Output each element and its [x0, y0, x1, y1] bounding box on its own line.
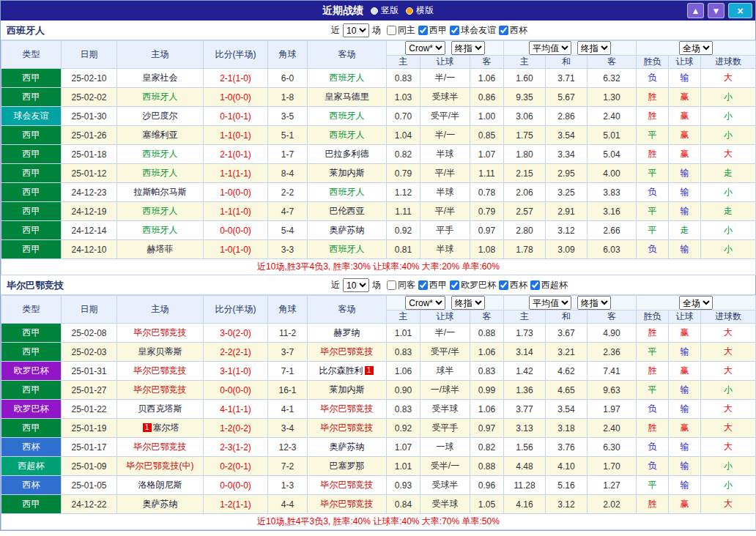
recent-results-window: 近期战绩 竖版 横版 ▲ ▼ × 西班牙人 近 10 场 同主西甲球会友谊西杯	[0, 0, 756, 531]
bookmaker-stage-select[interactable]: 终指	[451, 296, 485, 310]
checkbox-label: 西杯	[510, 279, 527, 291]
away-team: 毕尔巴鄂竞技	[308, 400, 387, 419]
result-wdl: 负	[637, 240, 669, 259]
checkbox-球会友谊[interactable]	[450, 26, 459, 35]
bookmaker-stage-select[interactable]: 终指	[451, 41, 485, 55]
filter-checkbox-西甲[interactable]: 西甲	[418, 279, 447, 291]
col-date: 日期	[62, 41, 117, 69]
checkbox-label: 西甲	[429, 24, 447, 37]
team-name: 莱加内斯	[330, 384, 365, 395]
filter-checkbox-西甲[interactable]: 西甲	[418, 24, 447, 37]
result-handicap: 输	[669, 202, 701, 221]
league-badge: 球会友谊	[1, 107, 62, 126]
result-handicap: 输	[669, 400, 701, 419]
eu-draw-odds: 2.91	[546, 202, 588, 221]
result-wdl: 平	[637, 343, 669, 362]
eu-away-odds: 2.40	[588, 107, 637, 126]
result-handicap: 输	[669, 343, 701, 362]
score: 3-0(2-0)	[204, 324, 268, 343]
filter-checkbox-球会友谊[interactable]: 球会友谊	[450, 24, 496, 37]
score: 4-1(1-1)	[204, 400, 268, 419]
team-name: 塞尔塔	[153, 423, 179, 433]
score: 1-2(0-2)	[204, 419, 268, 438]
eu-away-odds: 7.41	[588, 362, 637, 381]
filter-checkbox-欧罗巴杯[interactable]: 欧罗巴杯	[450, 279, 496, 291]
recent-label: 近	[331, 279, 340, 291]
away-team: 毕尔巴鄂竞技	[308, 495, 387, 514]
eu-away-odds: 1.30	[588, 88, 637, 107]
checkbox-同主[interactable]	[387, 26, 396, 35]
average-select[interactable]: 平均值	[529, 41, 571, 55]
filter-checkbox-同主[interactable]: 同主	[387, 24, 415, 37]
checkbox-欧罗巴杯[interactable]	[450, 280, 459, 290]
match-date: 25-02-02	[62, 88, 117, 107]
away-team: 毕尔巴鄂竞技	[308, 476, 387, 495]
handicap-line: 半/一	[420, 324, 470, 343]
matches-table: 类型 日期 主场 比分(半场) 角球 客场 Crow* 终指 平均值 终指	[1, 295, 756, 530]
move-down-button[interactable]: ▼	[708, 3, 724, 18]
scope-controls: 全场	[637, 296, 756, 310]
corner-score: 3-3	[268, 240, 308, 259]
result-goals: 大	[701, 324, 756, 343]
average-stage-select[interactable]: 终指	[577, 296, 611, 310]
filter-checkbox-西杯[interactable]: 西杯	[499, 24, 527, 37]
team-name: 西班牙人	[330, 130, 365, 140]
checkbox-西杯[interactable]	[499, 280, 508, 290]
checkbox-西超杯[interactable]	[530, 280, 540, 290]
match-date: 24-12-10	[62, 240, 117, 259]
checkbox-西甲[interactable]	[418, 280, 428, 290]
recent-count-select[interactable]: 10	[343, 23, 369, 37]
team-name: 皇家社会	[143, 72, 178, 83]
league-badge: 西甲	[1, 202, 62, 221]
handicap-line: 受平/半	[420, 343, 470, 362]
bookmaker-select[interactable]: Crow*	[405, 296, 445, 310]
eu-away-odds: 6.32	[588, 69, 637, 88]
radio-vertical-layout[interactable]: 竖版	[371, 4, 399, 17]
window-title: 近期战绩	[322, 4, 363, 18]
handicap-line: 半球	[420, 145, 470, 164]
move-up-button[interactable]: ▲	[687, 3, 704, 18]
ah-home-odds: 1.01	[387, 324, 420, 343]
match-date: 25-01-26	[62, 126, 117, 145]
filter-checkbox-西杯[interactable]: 西杯	[499, 279, 527, 291]
filter-checkbox-西超杯[interactable]: 西超杯	[530, 279, 568, 291]
recent-count-select[interactable]: 10	[343, 278, 369, 292]
scope-select[interactable]: 全场	[679, 296, 713, 310]
handicap-line: 受半球	[420, 400, 470, 419]
radio-selected-icon	[406, 7, 413, 15]
checkbox-同客[interactable]	[387, 280, 396, 290]
eu-draw-odds: 5.67	[546, 88, 588, 107]
match-row: 西甲25-02-02西班牙人1-0(0-0)1-8皇家马德里1.03受球半0.8…	[1, 88, 756, 107]
checkbox-西杯[interactable]	[499, 26, 508, 35]
average-select[interactable]: 平均值	[529, 296, 571, 310]
checkbox-西甲[interactable]	[418, 26, 428, 35]
team-name: 巴塞罗那	[330, 461, 365, 471]
radio-horizontal-layout[interactable]: 横版	[406, 4, 434, 17]
match-date: 25-01-09	[62, 457, 117, 476]
eu-away-odds: 9.63	[588, 381, 637, 400]
result-wdl: 胜	[637, 419, 669, 438]
close-button[interactable]: ×	[728, 3, 752, 18]
checkbox-label: 球会友谊	[461, 24, 496, 37]
eu-draw-odds: 3.18	[546, 419, 588, 438]
average-stage-select[interactable]: 终指	[577, 41, 611, 55]
eu-away-odds: 6.03	[588, 240, 637, 259]
match-row: 球会友谊25-01-30沙巴度尔0-1(0-1)3-5西班牙人0.70受平/半1…	[1, 107, 756, 126]
titlebar-center: 近期战绩 竖版 横版	[322, 1, 434, 21]
col-goals-result: 进球数	[701, 56, 756, 69]
filter-checkbox-同客[interactable]: 同客	[387, 279, 415, 291]
col-result: 胜负	[637, 56, 669, 69]
ah-home-odds: 0.70	[387, 107, 420, 126]
handicap-line: 半球	[420, 240, 470, 259]
col-type: 类型	[1, 296, 62, 324]
scope-select[interactable]: 全场	[679, 41, 713, 55]
corner-score: 8-4	[268, 164, 308, 183]
result-wdl: 负	[637, 183, 669, 202]
bookmaker-select[interactable]: Crow*	[405, 41, 445, 55]
eu-away-odds: 2.40	[588, 419, 637, 438]
col-date: 日期	[62, 296, 117, 324]
checkbox-label: 西甲	[429, 279, 447, 291]
eu-draw-odds: 3.54	[546, 126, 588, 145]
ah-home-odds: 0.92	[387, 419, 420, 438]
result-handicap: 赢	[669, 145, 701, 164]
